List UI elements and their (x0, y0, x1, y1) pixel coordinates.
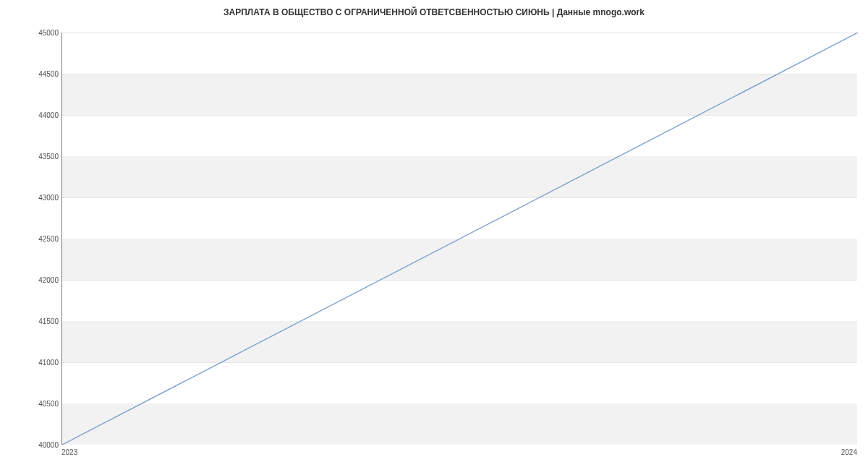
y-tick-label: 40000 (34, 441, 59, 449)
line-series (62, 33, 858, 445)
x-tick-label: 2023 (61, 448, 77, 456)
y-tick-label: 44500 (34, 70, 59, 78)
y-tick-label: 41500 (34, 317, 59, 325)
x-tick-label: 2024 (841, 448, 857, 456)
y-tick-label: 40500 (34, 400, 59, 408)
y-tick-label: 45000 (34, 29, 59, 37)
y-tick-label: 44000 (34, 111, 59, 119)
chart-title: ЗАРПЛАТА В ОБЩЕСТВО С ОГРАНИЧЕННОЙ ОТВЕТ… (0, 7, 868, 17)
y-tick-label: 43500 (34, 153, 59, 161)
plot-area (61, 33, 857, 445)
y-tick-label: 41000 (34, 359, 59, 367)
y-tick-label: 42000 (34, 276, 59, 284)
y-tick-label: 42500 (34, 235, 59, 243)
y-tick-label: 43000 (34, 194, 59, 202)
